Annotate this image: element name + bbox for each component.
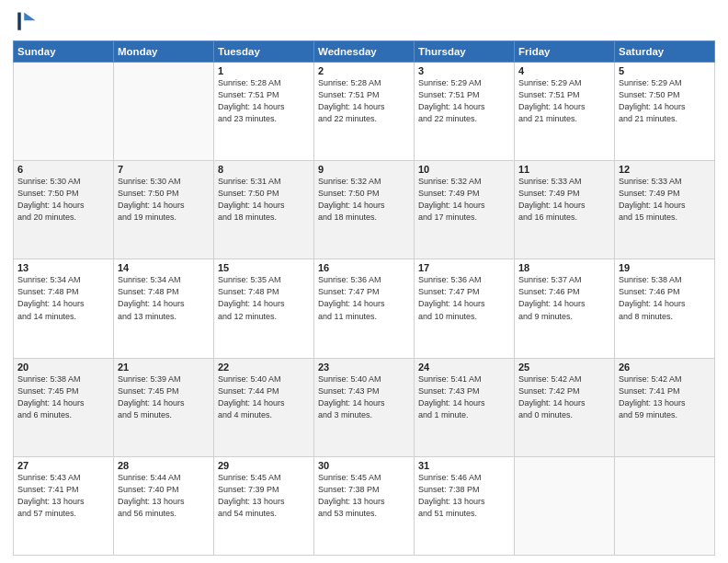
svg-rect-2 <box>17 13 21 30</box>
calendar-cell: 19Sunrise: 5:38 AM Sunset: 7:46 PM Dayli… <box>615 259 715 358</box>
calendar-cell: 27Sunrise: 5:43 AM Sunset: 7:41 PM Dayli… <box>14 456 114 555</box>
calendar-cell <box>14 63 114 161</box>
day-number: 11 <box>518 164 610 175</box>
day-number: 26 <box>619 362 711 373</box>
col-header-thursday: Thursday <box>415 41 515 63</box>
calendar-cell: 2Sunrise: 5:28 AM Sunset: 7:51 PM Daylig… <box>314 63 415 161</box>
day-number: 23 <box>318 362 410 373</box>
day-detail: Sunrise: 5:36 AM Sunset: 7:47 PM Dayligh… <box>318 274 410 322</box>
calendar-cell: 22Sunrise: 5:40 AM Sunset: 7:44 PM Dayli… <box>214 358 314 456</box>
day-detail: Sunrise: 5:45 AM Sunset: 7:38 PM Dayligh… <box>318 472 410 520</box>
day-number: 27 <box>17 460 109 471</box>
day-detail: Sunrise: 5:36 AM Sunset: 7:47 PM Dayligh… <box>418 274 510 322</box>
day-detail: Sunrise: 5:29 AM Sunset: 7:50 PM Dayligh… <box>619 77 711 125</box>
calendar-cell: 20Sunrise: 5:38 AM Sunset: 7:45 PM Dayli… <box>14 358 114 456</box>
calendar-cell: 18Sunrise: 5:37 AM Sunset: 7:46 PM Dayli… <box>515 259 615 358</box>
calendar-cell: 16Sunrise: 5:36 AM Sunset: 7:47 PM Dayli… <box>314 259 415 358</box>
day-detail: Sunrise: 5:29 AM Sunset: 7:51 PM Dayligh… <box>418 77 510 125</box>
calendar-cell: 30Sunrise: 5:45 AM Sunset: 7:38 PM Dayli… <box>314 456 415 555</box>
day-number: 19 <box>619 262 711 273</box>
calendar-cell <box>114 63 214 161</box>
day-detail: Sunrise: 5:34 AM Sunset: 7:48 PM Dayligh… <box>118 274 210 322</box>
day-number: 17 <box>418 262 510 273</box>
col-header-wednesday: Wednesday <box>314 41 415 63</box>
day-detail: Sunrise: 5:30 AM Sunset: 7:50 PM Dayligh… <box>118 176 210 224</box>
calendar-cell: 5Sunrise: 5:29 AM Sunset: 7:50 PM Daylig… <box>615 63 715 161</box>
calendar-cell: 1Sunrise: 5:28 AM Sunset: 7:51 PM Daylig… <box>214 63 314 161</box>
day-detail: Sunrise: 5:42 AM Sunset: 7:41 PM Dayligh… <box>619 373 711 421</box>
day-number: 9 <box>318 164 410 175</box>
calendar-cell: 10Sunrise: 5:32 AM Sunset: 7:49 PM Dayli… <box>415 161 515 259</box>
col-header-monday: Monday <box>114 41 214 63</box>
day-detail: Sunrise: 5:38 AM Sunset: 7:46 PM Dayligh… <box>619 274 711 322</box>
col-header-saturday: Saturday <box>615 41 715 63</box>
day-number: 25 <box>518 362 610 373</box>
day-detail: Sunrise: 5:33 AM Sunset: 7:49 PM Dayligh… <box>518 176 610 224</box>
day-number: 3 <box>418 65 510 76</box>
day-number: 8 <box>218 164 310 175</box>
day-detail: Sunrise: 5:43 AM Sunset: 7:41 PM Dayligh… <box>17 472 109 520</box>
svg-rect-0 <box>13 9 39 35</box>
day-number: 4 <box>518 65 610 76</box>
day-detail: Sunrise: 5:35 AM Sunset: 7:48 PM Dayligh… <box>218 274 310 322</box>
day-number: 28 <box>118 460 210 471</box>
calendar-week-row: 20Sunrise: 5:38 AM Sunset: 7:45 PM Dayli… <box>14 358 715 456</box>
header <box>13 9 715 35</box>
col-header-tuesday: Tuesday <box>214 41 314 63</box>
day-detail: Sunrise: 5:28 AM Sunset: 7:51 PM Dayligh… <box>318 77 410 125</box>
day-number: 5 <box>619 65 711 76</box>
day-detail: Sunrise: 5:34 AM Sunset: 7:48 PM Dayligh… <box>17 274 109 322</box>
day-number: 1 <box>218 65 310 76</box>
calendar-cell: 29Sunrise: 5:45 AM Sunset: 7:39 PM Dayli… <box>214 456 314 555</box>
day-number: 12 <box>619 164 711 175</box>
day-number: 29 <box>218 460 310 471</box>
day-detail: Sunrise: 5:32 AM Sunset: 7:50 PM Dayligh… <box>318 176 410 224</box>
calendar-week-row: 1Sunrise: 5:28 AM Sunset: 7:51 PM Daylig… <box>14 63 715 161</box>
day-detail: Sunrise: 5:30 AM Sunset: 7:50 PM Dayligh… <box>17 176 109 224</box>
calendar-cell: 17Sunrise: 5:36 AM Sunset: 7:47 PM Dayli… <box>415 259 515 358</box>
calendar-cell: 24Sunrise: 5:41 AM Sunset: 7:43 PM Dayli… <box>415 358 515 456</box>
calendar-week-row: 6Sunrise: 5:30 AM Sunset: 7:50 PM Daylig… <box>14 161 715 259</box>
day-detail: Sunrise: 5:40 AM Sunset: 7:44 PM Dayligh… <box>218 373 310 421</box>
day-detail: Sunrise: 5:41 AM Sunset: 7:43 PM Dayligh… <box>418 373 510 421</box>
calendar-cell: 11Sunrise: 5:33 AM Sunset: 7:49 PM Dayli… <box>515 161 615 259</box>
day-number: 31 <box>418 460 510 471</box>
day-detail: Sunrise: 5:33 AM Sunset: 7:49 PM Dayligh… <box>619 176 711 224</box>
day-number: 20 <box>17 362 109 373</box>
calendar-cell: 23Sunrise: 5:40 AM Sunset: 7:43 PM Dayli… <box>314 358 415 456</box>
svg-marker-1 <box>24 13 35 21</box>
day-detail: Sunrise: 5:37 AM Sunset: 7:46 PM Dayligh… <box>518 274 610 322</box>
day-number: 14 <box>118 262 210 273</box>
day-number: 18 <box>518 262 610 273</box>
calendar-cell: 15Sunrise: 5:35 AM Sunset: 7:48 PM Dayli… <box>214 259 314 358</box>
day-number: 16 <box>318 262 410 273</box>
day-detail: Sunrise: 5:28 AM Sunset: 7:51 PM Dayligh… <box>218 77 310 125</box>
day-detail: Sunrise: 5:38 AM Sunset: 7:45 PM Dayligh… <box>17 373 109 421</box>
calendar-page: SundayMondayTuesdayWednesdayThursdayFrid… <box>0 0 728 563</box>
day-detail: Sunrise: 5:39 AM Sunset: 7:45 PM Dayligh… <box>118 373 210 421</box>
day-number: 21 <box>118 362 210 373</box>
day-number: 22 <box>218 362 310 373</box>
calendar-cell: 31Sunrise: 5:46 AM Sunset: 7:38 PM Dayli… <box>415 456 515 555</box>
calendar-week-row: 13Sunrise: 5:34 AM Sunset: 7:48 PM Dayli… <box>14 259 715 358</box>
calendar-cell: 6Sunrise: 5:30 AM Sunset: 7:50 PM Daylig… <box>14 161 114 259</box>
day-number: 13 <box>17 262 109 273</box>
day-detail: Sunrise: 5:42 AM Sunset: 7:42 PM Dayligh… <box>518 373 610 421</box>
day-detail: Sunrise: 5:29 AM Sunset: 7:51 PM Dayligh… <box>518 77 610 125</box>
col-header-friday: Friday <box>515 41 615 63</box>
day-number: 15 <box>218 262 310 273</box>
day-detail: Sunrise: 5:32 AM Sunset: 7:49 PM Dayligh… <box>418 176 510 224</box>
calendar-cell: 25Sunrise: 5:42 AM Sunset: 7:42 PM Dayli… <box>515 358 615 456</box>
day-detail: Sunrise: 5:46 AM Sunset: 7:38 PM Dayligh… <box>418 472 510 520</box>
day-number: 7 <box>118 164 210 175</box>
calendar-cell: 13Sunrise: 5:34 AM Sunset: 7:48 PM Dayli… <box>14 259 114 358</box>
calendar-header-row: SundayMondayTuesdayWednesdayThursdayFrid… <box>14 41 715 63</box>
calendar-cell: 28Sunrise: 5:44 AM Sunset: 7:40 PM Dayli… <box>114 456 214 555</box>
calendar-cell: 21Sunrise: 5:39 AM Sunset: 7:45 PM Dayli… <box>114 358 214 456</box>
day-number: 2 <box>318 65 410 76</box>
logo-icon <box>13 9 39 35</box>
calendar-cell: 9Sunrise: 5:32 AM Sunset: 7:50 PM Daylig… <box>314 161 415 259</box>
day-number: 6 <box>17 164 109 175</box>
day-detail: Sunrise: 5:44 AM Sunset: 7:40 PM Dayligh… <box>118 472 210 520</box>
calendar-cell: 26Sunrise: 5:42 AM Sunset: 7:41 PM Dayli… <box>615 358 715 456</box>
